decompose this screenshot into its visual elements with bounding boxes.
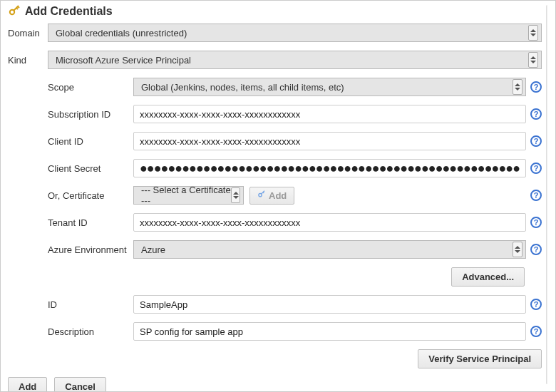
help-icon[interactable]: ? — [530, 190, 542, 201]
certificate-add-button[interactable]: Add — [249, 187, 294, 205]
kind-select-value: Microsoft Azure Service Principal — [56, 55, 191, 66]
subscription-id-value: xxxxxxxx-xxxx-xxxx-xxxx-xxxxxxxxxxxx — [140, 109, 300, 120]
scope-select-value: Global (Jenkins, nodes, items, all child… — [141, 82, 344, 93]
help-icon[interactable]: ? — [530, 108, 542, 120]
description-input[interactable]: SP config for sample app — [133, 322, 526, 341]
certificate-add-label: Add — [269, 190, 287, 201]
kind-label: Kind — [8, 55, 48, 66]
client-id-input[interactable]: xxxxxxxx-xxxx-xxxx-xxxx-xxxxxxxxxxxx — [133, 132, 526, 150]
description-value: SP config for sample app — [140, 326, 243, 337]
tenant-id-input[interactable]: xxxxxxxx-xxxx-xxxx-xxxx-xxxxxxxxxxxx — [133, 213, 526, 232]
id-value: SampleApp — [140, 299, 187, 310]
client-id-value: xxxxxxxx-xxxx-xxxx-xxxx-xxxxxxxxxxxx — [140, 136, 300, 147]
subscription-id-input[interactable]: xxxxxxxx-xxxx-xxxx-xxxx-xxxxxxxxxxxx — [133, 105, 526, 123]
tenant-id-value: xxxxxxxx-xxxx-xxxx-xxxx-xxxxxxxxxxxx — [140, 217, 300, 228]
advanced-label: Advanced... — [462, 272, 514, 282]
help-icon[interactable]: ? — [530, 81, 542, 93]
dropdown-spinner-icon — [528, 25, 538, 41]
help-icon[interactable]: ? — [530, 217, 542, 228]
kind-select[interactable]: Microsoft Azure Service Principal — [48, 51, 542, 69]
scope-select[interactable]: Global (Jenkins, nodes, items, all child… — [133, 78, 526, 96]
cancel-label: Cancel — [65, 381, 96, 392]
dropdown-spinner-icon — [513, 242, 522, 257]
client-secret-input[interactable]: ●●●●●●●●●●●●●●●●●●●●●●●●●●●●●●●●●●●●●●●●… — [133, 159, 526, 177]
help-icon[interactable]: ? — [530, 163, 542, 174]
azure-env-label: Azure Environment — [48, 244, 133, 255]
key-icon — [257, 190, 266, 201]
client-id-label: Client ID — [48, 136, 133, 147]
add-label: Add — [19, 381, 36, 392]
certificate-select[interactable]: --- Select a Certificate --- — [133, 186, 244, 205]
scope-label: Scope — [48, 82, 133, 93]
help-icon[interactable]: ? — [530, 299, 542, 310]
verify-button[interactable]: Verify Service Principal — [418, 349, 542, 368]
add-button[interactable]: Add — [8, 377, 47, 392]
key-icon — [8, 5, 21, 18]
domain-select[interactable]: Global credentials (unrestricted) — [48, 24, 542, 42]
tenant-id-label: Tenant ID — [48, 217, 133, 228]
certificate-label: Or, Certificate — [48, 190, 133, 201]
certificate-select-value: --- Select a Certificate --- — [141, 185, 231, 206]
dropdown-spinner-icon — [231, 187, 240, 203]
azure-env-select[interactable]: Azure — [133, 240, 526, 259]
domain-select-value: Global credentials (unrestricted) — [56, 28, 187, 38]
dropdown-spinner-icon — [513, 79, 522, 95]
description-label: Description — [48, 326, 133, 337]
page-title: Add Credentials — [25, 5, 113, 18]
client-secret-mask: ●●●●●●●●●●●●●●●●●●●●●●●●●●●●●●●●●●●●●●●●… — [140, 165, 520, 172]
id-label: ID — [48, 299, 133, 310]
subscription-id-label: Subscription ID — [48, 109, 133, 120]
id-input[interactable]: SampleApp — [133, 295, 526, 314]
domain-label: Domain — [8, 28, 48, 38]
vertical-scrollbar[interactable] — [546, 5, 548, 384]
dropdown-spinner-icon — [528, 52, 538, 68]
help-icon[interactable]: ? — [530, 135, 542, 147]
verify-label: Verify Service Principal — [428, 354, 531, 364]
client-secret-label: Client Secret — [48, 163, 133, 174]
advanced-button[interactable]: Advanced... — [451, 267, 525, 287]
page-header: Add Credentials — [8, 5, 542, 18]
cancel-button[interactable]: Cancel — [54, 377, 106, 392]
help-icon[interactable]: ? — [530, 244, 542, 255]
help-icon[interactable]: ? — [530, 326, 542, 337]
azure-env-value: Azure — [141, 244, 165, 255]
